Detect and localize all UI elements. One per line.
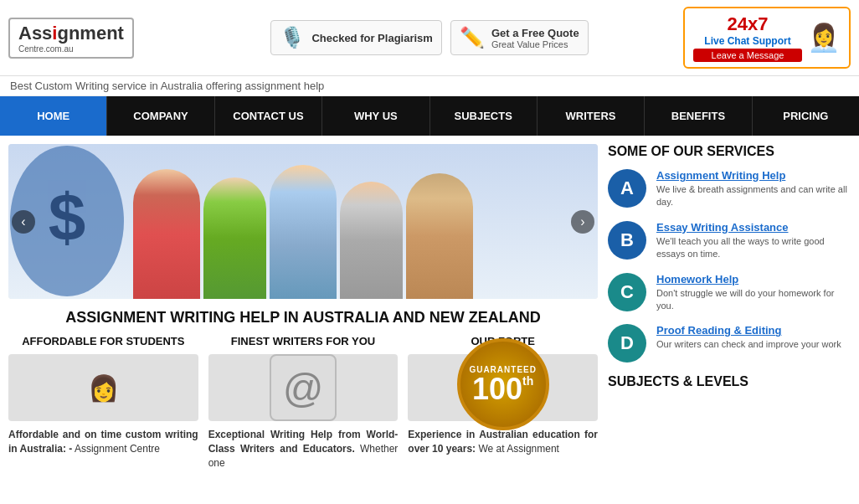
service-item-d: D Proof Reading & Editing Our writers ca… xyxy=(608,324,851,363)
col3-body: Experience in Australian education for o… xyxy=(408,428,598,456)
service-text-a: Assignment Writing Help We live & breath… xyxy=(656,169,851,209)
nav: HOME COMPANY CONTACT US WHY US SUBJECTS … xyxy=(0,96,859,136)
col-affordable: AFFORDABLE FOR STUDENTS 👩 Affordable and… xyxy=(8,335,198,470)
guaranteed-badge: GUARANTEED 100 th xyxy=(457,338,549,430)
chat-message[interactable]: Leave a Message xyxy=(693,49,802,62)
nav-writers[interactable]: WRITERS xyxy=(538,96,645,136)
header: Assignment Centre.com.au 🎙️ Checked for … xyxy=(0,0,859,76)
service-icon-d: D xyxy=(608,324,646,363)
person2-silhouette xyxy=(203,177,266,299)
logo-area: Assignment Centre.com.au xyxy=(8,18,176,59)
nav-benefits[interactable]: BENEFITS xyxy=(645,96,752,136)
person5-silhouette xyxy=(406,173,473,299)
tagline: Best Custom Writing service in Australia… xyxy=(0,76,859,96)
person4-silhouette xyxy=(340,182,403,299)
logo-sub: Centre.com.au xyxy=(18,44,124,54)
col1-body: Affordable and on time custom writing in… xyxy=(8,428,198,456)
col1-image: 👩 xyxy=(8,354,198,421)
slider-prev-button[interactable]: ‹ xyxy=(12,210,35,234)
plagiarism-text: Checked for Plagiarism xyxy=(311,32,433,44)
service-text-d: Proof Reading & Editing Our writers can … xyxy=(656,324,851,351)
three-columns: AFFORDABLE FOR STUDENTS 👩 Affordable and… xyxy=(8,335,598,470)
col3-text: We at Assignment xyxy=(478,443,559,455)
col2-title: FINEST WRITERS FOR YOU xyxy=(208,335,399,347)
col2-image: @ xyxy=(208,354,399,421)
guaranteed-number: 100 xyxy=(472,374,522,404)
main: $ ‹ › ASSIGNMENT WRITING HELP IN AUSTRAL… xyxy=(0,136,859,478)
service-desc-a: We live & breath assignments and can wri… xyxy=(656,183,851,209)
nav-contact[interactable]: CONTACT US xyxy=(215,96,322,136)
service-text-c: Homework Help Don't struggle we will do … xyxy=(656,273,851,313)
svg-text:$: $ xyxy=(49,180,86,255)
subjects-title: SUBJECTS & LEVELS xyxy=(608,374,851,389)
col-forte: OUR FORTE GUARANTEED 100 th Experience i… xyxy=(408,335,598,470)
right-column: SOME OF OUR SERVICES A Assignment Writin… xyxy=(608,144,851,470)
service-icon-a: A xyxy=(608,169,646,208)
chat-box[interactable]: 24x7 Live Chat Support Leave a Message 👩… xyxy=(683,7,851,69)
col3-image: GUARANTEED 100 th xyxy=(408,354,598,421)
guaranteed-suffix: th xyxy=(522,374,533,388)
service-icon-c: C xyxy=(608,273,646,311)
nav-pricing[interactable]: PRICING xyxy=(753,96,859,136)
services-title: SOME OF OUR SERVICES xyxy=(608,144,851,159)
chat-label: Live Chat Support xyxy=(693,35,802,47)
service-desc-c: Don't struggle we will do your homework … xyxy=(656,287,851,313)
service-text-b: Essay Writing Assistance We'll teach you… xyxy=(656,221,851,261)
quote-badge[interactable]: ✏️ Get a Free Quote Great Value Prices xyxy=(450,20,589,55)
col2-body: Exceptional Writing Help from World-Clas… xyxy=(208,428,399,470)
col1-text: Assignment Centre xyxy=(75,443,160,455)
left-column: $ ‹ › ASSIGNMENT WRITING HELP IN AUSTRAL… xyxy=(8,144,598,470)
col1-title: AFFORDABLE FOR STUDENTS xyxy=(8,335,198,347)
service-name-c[interactable]: Homework Help xyxy=(656,273,851,285)
chat-time: 24x7 xyxy=(693,13,802,35)
slider-image: $ xyxy=(8,144,598,299)
slider-next-button[interactable]: › xyxy=(571,210,594,234)
service-desc-b: We'll teach you all the ways to write go… xyxy=(656,235,851,261)
quote-icon: ✏️ xyxy=(460,26,485,49)
quote-text: Get a Free Quote xyxy=(491,27,579,39)
logo-text: Assignment xyxy=(18,23,124,44)
person1-silhouette xyxy=(133,169,200,299)
person3-silhouette xyxy=(270,165,337,299)
guaranteed-number-group: 100 th xyxy=(472,374,533,404)
service-item-a: A Assignment Writing Help We live & brea… xyxy=(608,169,851,209)
main-heading: ASSIGNMENT WRITING HELP IN AUSTRALIA AND… xyxy=(8,309,598,327)
service-item-c: C Homework Help Don't struggle we will d… xyxy=(608,273,851,313)
service-icon-b: B xyxy=(608,221,646,260)
logo-box[interactable]: Assignment Centre.com.au xyxy=(8,18,134,59)
plagiarism-badge[interactable]: 🎙️ Checked for Plagiarism xyxy=(270,20,442,55)
service-desc-d: Our writers can check and improve your w… xyxy=(656,338,851,351)
support-avatar: 👩‍💼 xyxy=(807,22,841,54)
nav-subjects[interactable]: SUBJECTS xyxy=(430,96,538,136)
nav-home[interactable]: HOME xyxy=(0,96,107,136)
service-name-b[interactable]: Essay Writing Assistance xyxy=(656,221,851,234)
service-item-b: B Essay Writing Assistance We'll teach y… xyxy=(608,221,851,261)
at-symbol-icon: @ xyxy=(270,354,337,421)
plagiarism-icon: 🎙️ xyxy=(280,26,305,49)
service-name-a[interactable]: Assignment Writing Help xyxy=(656,169,851,182)
nav-whyus[interactable]: WHY US xyxy=(322,96,430,136)
col-writers: FINEST WRITERS FOR YOU @ Exceptional Wri… xyxy=(208,335,399,470)
hero-slider: $ ‹ › xyxy=(8,144,598,299)
quote-sub: Great Value Prices xyxy=(491,39,579,49)
service-name-d[interactable]: Proof Reading & Editing xyxy=(656,324,851,337)
nav-company[interactable]: COMPANY xyxy=(107,96,214,136)
header-badges: 🎙️ Checked for Plagiarism ✏️ Get a Free … xyxy=(176,20,683,55)
